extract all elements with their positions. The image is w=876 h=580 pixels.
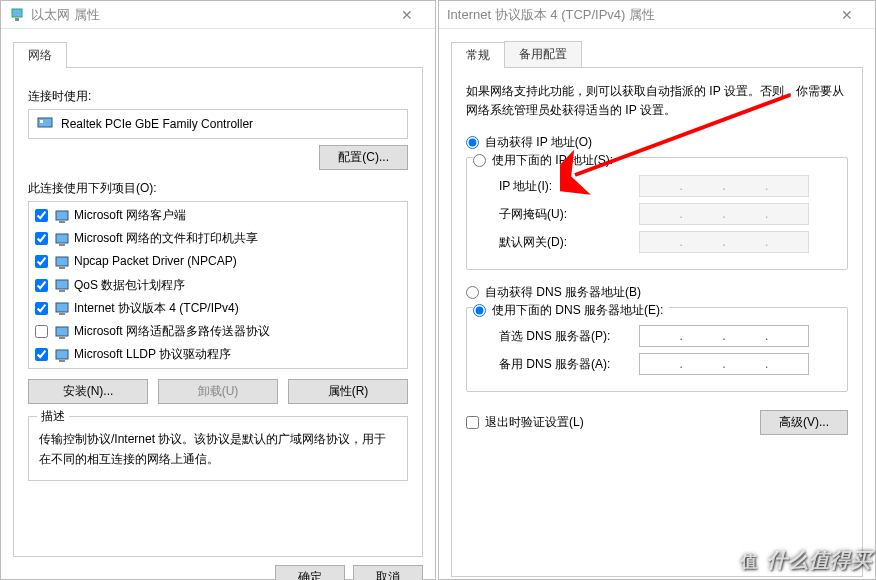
validate-checkbox[interactable] — [466, 416, 479, 429]
window-title: Internet 协议版本 4 (TCP/IPv4) 属性 — [447, 6, 655, 24]
tab-strip: 常规 备用配置 — [439, 29, 875, 67]
svg-rect-4 — [56, 211, 68, 220]
protocol-icon — [54, 254, 70, 270]
ok-button[interactable]: 确定 — [275, 565, 345, 580]
manual-dns-radio[interactable] — [473, 304, 486, 317]
dns2-input[interactable]: . . . — [639, 353, 809, 375]
advanced-button[interactable]: 高级(V)... — [760, 410, 848, 435]
gateway-input[interactable]: . . . — [639, 231, 809, 253]
close-icon[interactable]: ✕ — [827, 7, 867, 23]
svg-rect-15 — [59, 337, 65, 339]
auto-dns-radio[interactable] — [466, 286, 479, 299]
description-groupbox: 描述 传输控制协议/Internet 协议。该协议是默认的广域网络协议，用于在不… — [28, 416, 408, 481]
properties-button[interactable]: 属性(R) — [288, 379, 408, 404]
item-checkbox[interactable] — [35, 302, 48, 315]
mask-label: 子网掩码(U): — [499, 206, 639, 223]
ip-label: IP 地址(I): — [499, 178, 639, 195]
item-label: Microsoft 网络适配器多路传送器协议 — [74, 322, 270, 341]
nic-icon — [37, 115, 53, 134]
manual-dns-group: 使用下面的 DNS 服务器地址(E): 首选 DNS 服务器(P): . . .… — [466, 307, 848, 392]
manual-dns-label: 使用下面的 DNS 服务器地址(E): — [492, 302, 663, 319]
dns2-label: 备用 DNS 服务器(A): — [499, 356, 639, 373]
tab-alternate[interactable]: 备用配置 — [504, 41, 582, 67]
protocol-icon — [54, 231, 70, 247]
validate-row[interactable]: 退出时验证设置(L) — [466, 414, 584, 431]
auto-ip-radio-row[interactable]: 自动获得 IP 地址(O) — [466, 134, 848, 151]
watermark: 值什么值得买 — [735, 547, 872, 577]
uninstall-button[interactable]: 卸载(U) — [158, 379, 278, 404]
items-label: 此连接使用下列项目(O): — [28, 180, 408, 197]
list-item[interactable]: Microsoft 网络客户端 — [29, 204, 407, 227]
manual-dns-radio-row[interactable]: 使用下面的 DNS 服务器地址(E): — [473, 302, 669, 319]
protocol-icon — [54, 277, 70, 293]
tab-body: 如果网络支持此功能，则可以获取自动指派的 IP 设置。否则，你需要从网络系统管理… — [451, 67, 863, 577]
list-item[interactable]: Internet 协议版本 6 (TCP/IPv6) — [29, 366, 407, 369]
protocol-icon — [54, 324, 70, 340]
cancel-button[interactable]: 取消 — [353, 565, 423, 580]
item-checkbox[interactable] — [35, 255, 48, 268]
connect-using-label: 连接时使用: — [28, 88, 408, 105]
network-items-list[interactable]: Microsoft 网络客户端Microsoft 网络的文件和打印机共享Npca… — [28, 201, 408, 369]
svg-rect-13 — [59, 313, 65, 315]
manual-ip-radio-row[interactable]: 使用下面的 IP 地址(S): — [473, 152, 619, 169]
item-label: Microsoft 网络的文件和打印机共享 — [74, 229, 258, 248]
list-item[interactable]: Npcap Packet Driver (NPCAP) — [29, 250, 407, 273]
validate-label: 退出时验证设置(L) — [485, 414, 584, 431]
protocol-icon — [54, 300, 70, 316]
svg-rect-9 — [59, 267, 65, 269]
mask-input[interactable]: . . . — [639, 203, 809, 225]
list-item[interactable]: Microsoft 网络适配器多路传送器协议 — [29, 320, 407, 343]
titlebar[interactable]: 以太网 属性 ✕ — [1, 1, 435, 29]
description-text: 传输控制协议/Internet 协议。该协议是默认的广域网络协议，用于在不同的相… — [39, 429, 397, 470]
gateway-label: 默认网关(D): — [499, 234, 639, 251]
svg-rect-17 — [59, 360, 65, 362]
ethernet-properties-window: 以太网 属性 ✕ 网络 连接时使用: Realtek PCIe GbE Fami… — [0, 0, 436, 580]
item-label: Microsoft LLDP 协议驱动程序 — [74, 345, 231, 364]
ipv4-properties-window: Internet 协议版本 4 (TCP/IPv4) 属性 ✕ 常规 备用配置 … — [438, 0, 876, 580]
network-adapter-icon — [9, 7, 25, 23]
item-checkbox[interactable] — [35, 209, 48, 222]
auto-dns-label: 自动获得 DNS 服务器地址(B) — [485, 284, 641, 301]
list-item[interactable]: Microsoft LLDP 协议驱动程序 — [29, 343, 407, 366]
svg-rect-5 — [59, 221, 65, 223]
item-label: Microsoft 网络客户端 — [74, 206, 186, 225]
window-title: 以太网 属性 — [31, 6, 100, 24]
auto-ip-label: 自动获得 IP 地址(O) — [485, 134, 592, 151]
configure-button[interactable]: 配置(C)... — [319, 145, 408, 170]
svg-rect-7 — [59, 244, 65, 246]
dns1-input[interactable]: . . . — [639, 325, 809, 347]
intro-text: 如果网络支持此功能，则可以获取自动指派的 IP 设置。否则，你需要从网络系统管理… — [466, 82, 848, 120]
tab-general[interactable]: 常规 — [451, 42, 505, 68]
svg-rect-16 — [56, 350, 68, 359]
adapter-name-box[interactable]: Realtek PCIe GbE Family Controller — [28, 109, 408, 139]
protocol-icon — [54, 208, 70, 224]
tab-network[interactable]: 网络 — [13, 42, 67, 68]
item-label: Internet 协议版本 4 (TCP/IPv4) — [74, 299, 239, 318]
svg-rect-8 — [56, 257, 68, 266]
titlebar[interactable]: Internet 协议版本 4 (TCP/IPv4) 属性 ✕ — [439, 1, 875, 29]
item-label: Npcap Packet Driver (NPCAP) — [74, 252, 237, 271]
item-checkbox[interactable] — [35, 348, 48, 361]
auto-dns-radio-row[interactable]: 自动获得 DNS 服务器地址(B) — [466, 284, 848, 301]
item-checkbox[interactable] — [35, 279, 48, 292]
ip-input[interactable]: . . . — [639, 175, 809, 197]
svg-rect-11 — [59, 290, 65, 292]
item-label: Internet 协议版本 6 (TCP/IPv6) — [74, 368, 239, 369]
close-icon[interactable]: ✕ — [387, 7, 427, 23]
install-button[interactable]: 安装(N)... — [28, 379, 148, 404]
description-legend: 描述 — [37, 408, 69, 425]
item-checkbox[interactable] — [35, 232, 48, 245]
adapter-name: Realtek PCIe GbE Family Controller — [61, 117, 253, 131]
svg-rect-0 — [12, 9, 22, 17]
svg-rect-3 — [40, 120, 43, 123]
item-checkbox[interactable] — [35, 325, 48, 338]
list-item[interactable]: Microsoft 网络的文件和打印机共享 — [29, 227, 407, 250]
manual-ip-radio[interactable] — [473, 154, 486, 167]
list-item[interactable]: QoS 数据包计划程序 — [29, 274, 407, 297]
item-label: QoS 数据包计划程序 — [74, 276, 185, 295]
svg-rect-1 — [15, 18, 19, 21]
tab-body: 连接时使用: Realtek PCIe GbE Family Controlle… — [13, 67, 423, 557]
auto-ip-radio[interactable] — [466, 136, 479, 149]
svg-rect-6 — [56, 234, 68, 243]
list-item[interactable]: Internet 协议版本 4 (TCP/IPv4) — [29, 297, 407, 320]
